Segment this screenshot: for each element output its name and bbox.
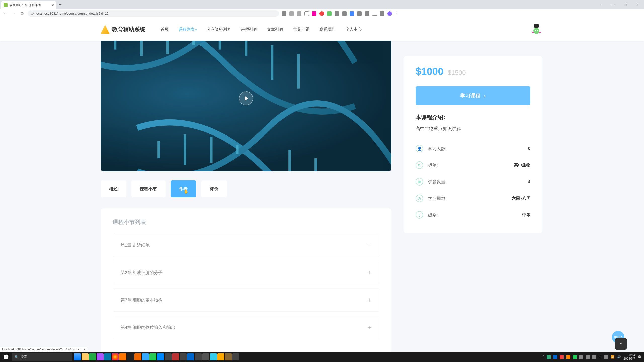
tab-overview[interactable]: 概述 (101, 180, 126, 197)
tab-bar: 在线学习平台-课程详情 × + ⌄ — ▢ ✕ (0, 0, 644, 9)
right-column: $1000 $1500 学习课程 › 本课程介绍: 高中生物重点知识讲解 👤 学… (404, 41, 542, 352)
status-bar: localhost:8081/home/course/course_detail… (0, 347, 87, 352)
hero-background (101, 41, 391, 171)
chapter-title: 第4章 细胞的物质输入和输出 (120, 325, 175, 330)
scroll-top-button[interactable]: ↑ (615, 338, 627, 350)
svg-rect-5 (532, 32, 534, 33)
extension-icons: ⋮ (282, 11, 399, 16)
info-tags: ⟳ 标签: 高中生物 (416, 157, 530, 173)
ext-icon[interactable] (327, 11, 332, 16)
user-avatar[interactable] (529, 23, 543, 35)
chapter-title: 第2章 组成细胞的分子 (120, 270, 163, 276)
puzzle-icon[interactable] (357, 11, 362, 16)
windows-taskbar: 🔍 搜索 ˄ 中 📶 (0, 352, 644, 352)
grid-icon: ⊞ (416, 178, 423, 186)
logo[interactable]: 教育辅助系统 (101, 25, 145, 34)
nav-teachers[interactable]: 讲师列表 (241, 27, 257, 32)
info-level: ▯ 级别: 中等 (416, 207, 530, 223)
nav-articles[interactable]: 文章列表 (267, 27, 283, 32)
download-icon[interactable] (372, 11, 377, 16)
start-button[interactable] (0, 352, 12, 352)
svg-rect-0 (534, 24, 539, 27)
nav-courses[interactable]: 课程列表▾ (179, 27, 197, 32)
info-label: 试题数量: (428, 179, 447, 185)
nav-home[interactable]: 首页 (160, 27, 169, 32)
chapter-row[interactable]: 第2章 组成细胞的分子 + (113, 261, 379, 284)
nav-profile[interactable]: 个人中心 (346, 27, 362, 32)
nav-faq[interactable]: 常见问题 (293, 27, 309, 32)
chevron-down-icon[interactable]: ⌄ (595, 1, 607, 8)
enroll-button[interactable]: 学习课程 › (416, 86, 530, 105)
chapter-row[interactable]: 第1章 走近细胞 − (113, 234, 379, 257)
ext-icon[interactable] (365, 11, 369, 16)
close-button[interactable]: ✕ (631, 1, 643, 8)
tab-reviews[interactable]: 评价 (201, 180, 227, 197)
collapse-icon[interactable]: − (368, 241, 372, 249)
info-value: 4 (528, 179, 530, 184)
course-hero (101, 41, 391, 171)
url-bar[interactable]: ⓘ localhost:8081/home/course/course_deta… (28, 10, 279, 17)
nav-contact[interactable]: 联系我们 (319, 27, 336, 32)
play-button[interactable] (239, 91, 253, 105)
chapter-row[interactable]: 第4章 细胞的物质输入和输出 + (113, 316, 379, 339)
browser-chrome: 在线学习平台-课程详情 × + ⌄ — ▢ ✕ ← → ⟳ ⓘ localhos… (0, 0, 644, 18)
info-label: 级别: (428, 212, 438, 218)
forward-button[interactable]: → (11, 11, 17, 16)
reload-button[interactable]: ⟳ (19, 11, 25, 16)
url-text: localhost:8081/home/course/course_detail… (36, 12, 108, 15)
logo-text: 教育辅助系统 (112, 26, 145, 33)
new-tab-button[interactable]: + (56, 2, 64, 7)
profile-avatar[interactable] (387, 11, 392, 16)
browser-toolbar: ← → ⟳ ⓘ localhost:8081/home/course/cours… (0, 9, 644, 18)
favicon (4, 3, 8, 7)
ext-icon[interactable] (282, 11, 286, 16)
play-icon (245, 96, 248, 101)
info-questions: ⊞ 试题数量: 4 (416, 173, 530, 190)
info-weeks: ◷ 学习周数: 六周~八周 (416, 190, 530, 207)
info-label: 学习人数: (428, 146, 447, 152)
user-icon: 👤 (416, 145, 423, 152)
ext-icon[interactable] (312, 11, 316, 16)
back-button[interactable]: ← (2, 11, 8, 16)
info-value: 高中生物 (514, 163, 530, 168)
section-list: 课程小节列表 第1章 走近细胞 − 第2章 组成细胞的分子 + 第3章 细胞的基… (101, 208, 391, 352)
ext-icon[interactable] (335, 11, 339, 16)
minimize-button[interactable]: — (607, 1, 619, 8)
ext-icon[interactable] (342, 11, 347, 16)
course-tabs: 概述 课程小节 作者✋ 评价 (101, 180, 391, 197)
expand-icon[interactable]: + (368, 296, 372, 304)
svg-point-3 (535, 30, 536, 31)
current-price: $1000 (416, 66, 444, 77)
nav-share[interactable]: 分享资料列表 (207, 27, 231, 32)
ext-icon[interactable] (289, 11, 294, 16)
chapter-row[interactable]: 第3章 细胞的基本结构 + (113, 288, 379, 312)
tab-sections[interactable]: 课程小节 (131, 180, 166, 197)
section-list-title: 课程小节列表 (113, 218, 379, 226)
maximize-button[interactable]: ▢ (619, 1, 631, 8)
ext-icon[interactable] (319, 11, 324, 16)
menu-icon[interactable]: ⋮ (395, 11, 399, 16)
info-value: 六周~八周 (512, 196, 530, 201)
translate-icon[interactable] (350, 11, 354, 16)
intro-title: 本课程介绍: (416, 114, 530, 121)
expand-icon[interactable]: + (368, 269, 372, 277)
browser-tab[interactable]: 在线学习平台-课程详情 × (1, 1, 56, 9)
arrow-right-icon: › (484, 93, 486, 99)
nav-items: 首页 课程列表▾ 分享资料列表 讲师列表 文章列表 常见问题 联系我们 个人中心 (160, 27, 362, 32)
tab-title: 在线学习平台-课程详情 (10, 3, 41, 7)
svg-point-2 (533, 28, 539, 34)
tab-close-icon[interactable]: × (52, 3, 54, 7)
expand-icon[interactable]: + (368, 324, 372, 331)
clock-icon: ◷ (416, 195, 423, 202)
site-info-icon[interactable]: ⓘ (31, 11, 34, 16)
course-info-list: 👤 学习人数: 0 ⟳ 标签: 高中生物 ⊞ 试题数量: 4 (416, 140, 530, 223)
info-value: 0 (528, 146, 530, 151)
ext-icon[interactable] (380, 11, 384, 16)
info-label: 标签: (428, 162, 438, 168)
chapter-title: 第3章 细胞的基本结构 (120, 297, 163, 303)
old-price: $1500 (448, 69, 466, 77)
svg-rect-6 (539, 32, 541, 33)
share-icon[interactable] (297, 11, 301, 16)
tab-author[interactable]: 作者✋ (171, 180, 196, 197)
star-icon[interactable] (304, 11, 309, 16)
